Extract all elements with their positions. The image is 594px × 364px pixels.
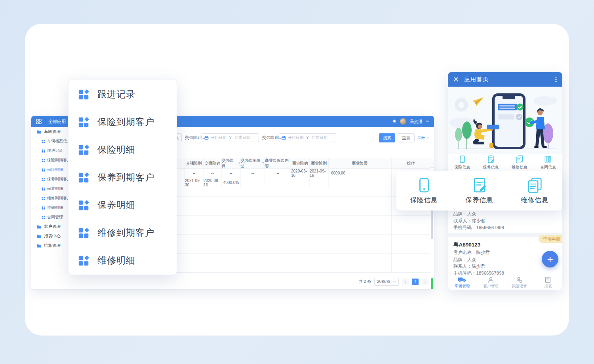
current-page[interactable]: 1 (412, 279, 419, 285)
tab-customer-management[interactable]: 客户管理 (476, 275, 505, 290)
start-date-placeholder: 开始日期 (288, 135, 304, 140)
document-edit-icon (487, 155, 495, 163)
truck-icon (458, 277, 466, 283)
tab-report[interactable]: 报表 (534, 275, 562, 290)
launcher-item-insurance-detail[interactable]: 保险明细 (69, 136, 177, 163)
launcher-item-repair-detail[interactable]: 维修明细 (69, 246, 177, 274)
more-columns-icon[interactable]: … (430, 158, 434, 168)
card-brand-line: 品牌：大众 (453, 257, 476, 263)
document-edit-icon (471, 177, 488, 193)
grid-icon (78, 199, 89, 211)
folder-icon (36, 234, 42, 239)
mobile-header: 应用首页 (448, 72, 562, 87)
col-jqx-due: 交强险到 (185, 158, 204, 168)
end-date-placeholder: 结束日期 (312, 135, 327, 140)
chevron-down-icon[interactable] (426, 120, 429, 123)
launcher-item-follow-records[interactable]: 跟进记录 (69, 80, 177, 108)
sidebar-group-label: 车辆管理 (44, 129, 61, 135)
prev-page-button[interactable]: ‹ (402, 279, 409, 285)
grid-icon (42, 178, 45, 181)
header-divider (45, 119, 45, 124)
grid-icon (78, 172, 89, 183)
col-syx-fee: 商业险费 (329, 158, 391, 168)
card-brand-line: 品牌：大众 (453, 211, 476, 217)
user-icon (487, 277, 494, 283)
bell-icon[interactable] (392, 119, 397, 124)
page: 全部应用 汤贺湛 车辆管理 车辆档案信息 跟进记录 保险到期客户 保险明细 保养… (0, 0, 594, 364)
quick-repair-info[interactable]: 维修信息 (507, 177, 562, 205)
grid-icon (42, 187, 45, 191)
avatar[interactable] (400, 118, 406, 125)
card-phone-line: 手机号码：18566567898 (453, 225, 504, 231)
page-size-select[interactable]: 20条/页 (374, 278, 399, 286)
end-date-placeholder: 结束日期 (234, 135, 250, 140)
folder-icon (36, 244, 42, 248)
date-range-input-1[interactable]: 开始日期 至 结束日期 (202, 133, 259, 142)
close-icon[interactable] (453, 77, 459, 82)
shortcut-maintain-info[interactable]: 保养信息 (476, 155, 505, 170)
mobile-page-title: 应用首页 (464, 76, 489, 83)
next-page-button[interactable]: › (422, 279, 428, 285)
grid-icon (42, 149, 45, 153)
grid-icon (78, 89, 89, 100)
quick-maintain-info[interactable]: 保养信息 (452, 177, 507, 205)
grid-icon (42, 159, 45, 162)
folder-icon (36, 225, 42, 229)
calendar-icon (282, 136, 286, 140)
quick-action-panel: 保险信息 保养信息 维修信息 (396, 171, 562, 210)
grid-icon (78, 144, 89, 155)
grid-icon (42, 140, 45, 143)
date-range-input-2[interactable]: 开始日期 至 结束日期 (279, 133, 336, 142)
expand-link[interactable]: 展开 (417, 133, 430, 142)
col-jqx-buy: 交强险购 (204, 158, 222, 168)
mobile-illustration (448, 87, 562, 154)
reset-button[interactable]: 重置 (398, 133, 415, 142)
filter-funnel-icon[interactable] (262, 162, 265, 165)
start-date-placeholder: 开始日期 (211, 135, 227, 140)
apps-grid-icon[interactable] (36, 119, 42, 124)
kebab-menu-icon[interactable] (555, 76, 557, 82)
mobile-shortcuts: 保险信息 保养信息 维修信息 合同信息 (448, 154, 562, 172)
col-jqx-company[interactable]: 交强险承保公 (241, 158, 265, 168)
grid-icon (42, 206, 45, 210)
shortcut-repair-info[interactable]: 维修信息 (505, 155, 534, 170)
card-contact-line: 联系人：陈少君 (453, 264, 485, 269)
documents-icon (515, 155, 524, 163)
chevron-down-icon (393, 281, 396, 283)
date-to-label: 至 (306, 135, 310, 140)
grid-icon (78, 255, 89, 266)
phone-icon (416, 177, 432, 193)
shortcut-contract-info[interactable]: 合同信息 (534, 155, 562, 170)
shortcut-insurance-info[interactable]: 保险信息 (448, 155, 476, 170)
quick-insurance-info[interactable]: 保险信息 (396, 177, 452, 205)
chevron-down-icon (426, 137, 430, 139)
all-apps-menu[interactable]: 全部应用 (48, 119, 66, 125)
total-count: 共 2 条 (359, 279, 371, 284)
launcher-item-repair-due[interactable]: 维修到期客户 (69, 219, 177, 246)
launcher-item-insurance-due[interactable]: 保险到期客户 (69, 108, 177, 136)
contract-bars-icon (544, 155, 552, 163)
sort-icon[interactable] (238, 161, 240, 165)
launcher-item-maintain-due[interactable]: 保养到期客户 (69, 163, 177, 191)
calendar-icon (204, 136, 209, 140)
launcher-item-maintain-detail[interactable]: 保养明细 (69, 191, 177, 219)
user-clock-icon (516, 277, 523, 283)
card-customer-line: 客户名称：陈少君 (453, 250, 490, 256)
col-jqx-fee[interactable]: 交强险保 (222, 158, 241, 168)
report-icon (544, 277, 551, 283)
tab-vehicle-management[interactable]: 车辆管理 (448, 275, 476, 290)
user-name[interactable]: 汤贺湛 (409, 119, 423, 125)
pagination: 共 2 条 20条/页 ‹ 1 › (359, 278, 428, 286)
date-to-label: 至 (228, 135, 232, 140)
tab-follow-records[interactable]: 跟进记录 (505, 275, 534, 290)
documents-icon (526, 177, 543, 193)
add-button[interactable]: + (542, 251, 558, 267)
folder-icon (36, 130, 42, 134)
grid-icon (42, 216, 45, 219)
grid-icon (78, 116, 89, 128)
scrollbar-drag-handle[interactable] (431, 278, 433, 290)
search-button[interactable]: 搜索 (379, 133, 395, 142)
license-plate: 粤A890123 (453, 241, 480, 248)
phone-icon (458, 155, 466, 163)
operations-column-divider (391, 187, 392, 273)
